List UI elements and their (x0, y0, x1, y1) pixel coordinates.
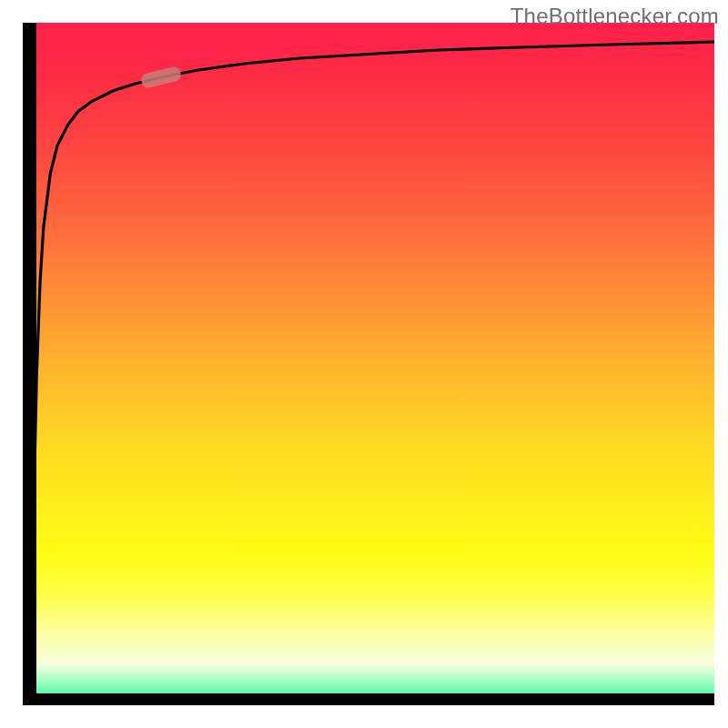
curve-marker (140, 66, 183, 89)
curve-layer (23, 23, 714, 705)
watermark-text: TheBottlenecker.com (511, 4, 719, 29)
performance-curve (26, 42, 714, 705)
plot-area (23, 23, 714, 705)
x-axis (23, 693, 714, 705)
chart-container: TheBottlenecker.com (0, 0, 728, 728)
y-axis (23, 23, 36, 705)
